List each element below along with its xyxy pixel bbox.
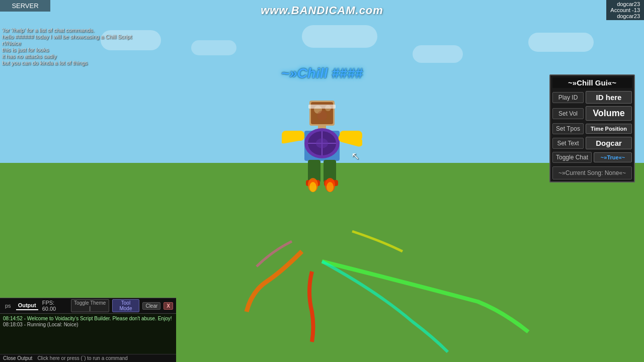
scripts-tab[interactable]: ps bbox=[3, 302, 13, 310]
set-tpos-label-btn[interactable]: Set Tpos bbox=[552, 123, 584, 134]
output-content: 08:14:52 - Welcome to Voidacity's Script… bbox=[0, 314, 176, 354]
chat-line: but you can do kinda a lot of things bbox=[2, 60, 132, 66]
chill-gui-panel: ~»Chill Gui«~ Play ID ID here Set Vol Vo… bbox=[549, 74, 635, 183]
chat-line: this is just for looks bbox=[2, 47, 132, 53]
output-panel: ps Output FPS: 60.00 Toggle Theme | Tool… bbox=[0, 298, 176, 362]
svg-point-4 bbox=[317, 111, 327, 121]
set-vol-row: Set Vol Volume bbox=[552, 106, 632, 121]
output-tab[interactable]: Output bbox=[16, 301, 38, 310]
fps-label: FPS: 60.00 bbox=[42, 300, 68, 312]
toggle-theme-button[interactable]: Toggle Theme | bbox=[71, 299, 109, 312]
toggle-chat-value-btn[interactable]: ~»True«~ bbox=[594, 152, 632, 162]
server-label: SERVER bbox=[0, 0, 50, 12]
character bbox=[282, 101, 362, 218]
set-text-value-btn[interactable]: Dogcar bbox=[586, 137, 632, 149]
close-x-button[interactable]: X bbox=[164, 302, 173, 310]
output-footer: Close Output Click here or press (`) to … bbox=[0, 354, 176, 362]
run-command-hint[interactable]: Click here or press (`) to run a command bbox=[37, 355, 128, 361]
output-line: 08:18:03 - Running (Local: Noice) bbox=[3, 322, 173, 327]
play-id-value-btn[interactable]: ID here bbox=[586, 91, 632, 104]
chat-line: it has no attacks sadly bbox=[2, 53, 132, 59]
close-output-btn[interactable]: Close Output bbox=[3, 355, 32, 361]
chat-line: hello ###### today I will be showcasing … bbox=[2, 34, 132, 40]
chat-messages: '/or '/help' for a list of chat commands… bbox=[0, 25, 134, 68]
chat-line: r!/Noice bbox=[2, 40, 132, 46]
current-song-btn[interactable]: ~»Current Song: None«~ bbox=[552, 166, 632, 179]
user-info-panel: dogcar23 Account -13 dogcar23 bbox=[606, 0, 644, 20]
chill-gui-title: ~»Chill Gui«~ bbox=[552, 77, 632, 88]
watermark-text: www.BANDICAM.com bbox=[261, 4, 383, 17]
toggle-chat-row: Toggle Chat ~»True«~ bbox=[552, 152, 632, 163]
svg-rect-5 bbox=[308, 105, 336, 109]
output-line: 08:14:52 - Welcome to Voidacity's Script… bbox=[3, 316, 173, 321]
set-tpos-row: Set Tpos Time Position bbox=[552, 123, 632, 134]
output-header: ps Output FPS: 60.00 Toggle Theme | Tool… bbox=[0, 298, 176, 314]
toggle-chat-label-btn[interactable]: Toggle Chat bbox=[552, 152, 592, 163]
set-vol-value-btn[interactable]: Volume bbox=[586, 106, 632, 121]
svg-point-12 bbox=[316, 138, 328, 148]
character-svg bbox=[282, 101, 362, 216]
account-label: Account -13 bbox=[610, 7, 640, 13]
tool-mode-button[interactable]: Tool Mode bbox=[112, 299, 140, 312]
set-vol-label-btn[interactable]: Set Vol bbox=[552, 108, 584, 119]
svg-point-24 bbox=[327, 182, 334, 192]
set-tpos-value-btn[interactable]: Time Position bbox=[586, 124, 632, 134]
username-display: dogcar23 bbox=[610, 1, 640, 7]
watermark: www.BANDICAM.com bbox=[261, 4, 383, 17]
play-id-row: Play ID ID here bbox=[552, 91, 632, 104]
play-id-label-btn[interactable]: Play ID bbox=[552, 92, 584, 103]
mouse-cursor: ↖ bbox=[351, 150, 360, 162]
set-text-label-btn[interactable]: Set Text bbox=[552, 138, 584, 149]
svg-point-22 bbox=[309, 182, 316, 192]
chat-line: '/or '/help' for a list of chat commands… bbox=[2, 27, 132, 33]
clear-button[interactable]: Clear bbox=[142, 302, 160, 310]
display-name: dogcar23 bbox=[610, 13, 640, 19]
set-text-row: Set Text Dogcar bbox=[552, 137, 632, 149]
float-title: ~»Chill #### bbox=[281, 65, 363, 81]
